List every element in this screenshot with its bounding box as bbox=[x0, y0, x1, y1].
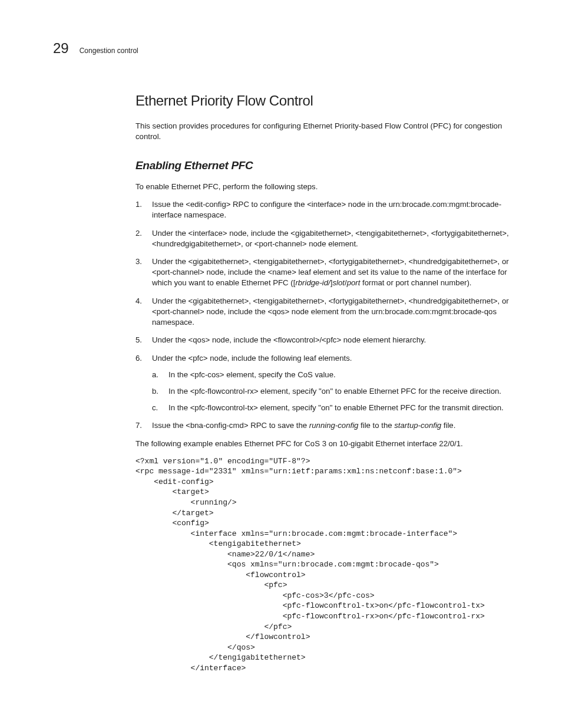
step-item: Issue the <edit-config> RPC to configure… bbox=[135, 199, 509, 220]
main-content: Ethernet Priority Flow Control This sect… bbox=[135, 91, 509, 673]
step-text: format or port channel number). bbox=[360, 278, 471, 287]
step-text: Issue the <bna-config-cmd> RPC to save t… bbox=[152, 421, 309, 430]
step-item: Under the <pfc> node, include the follow… bbox=[135, 353, 509, 414]
term: startup-config bbox=[394, 421, 441, 430]
substep-item: In the <pfc-flowcontrol-tx> element, spe… bbox=[152, 403, 509, 413]
step-item: Under the <qos> node, include the <flowc… bbox=[135, 335, 509, 345]
page-header: 29 Congestion control bbox=[53, 38, 509, 58]
substep-item: In the <pfc-flowcontrol-rx> element, spe… bbox=[152, 386, 509, 397]
step-item: Issue the <bna-config-cmd> RPC to save t… bbox=[135, 420, 509, 431]
substep-list: In the <pfc-cos> element, specify the Co… bbox=[152, 370, 509, 414]
section-label: Congestion control bbox=[80, 46, 138, 56]
step-text: file. bbox=[441, 421, 455, 430]
page-title: Ethernet Priority Flow Control bbox=[135, 91, 509, 110]
step-item: Under the <gigabitethernet>, <tengigabit… bbox=[135, 296, 509, 328]
step-item: Under the <gigabitethernet>, <tengigabit… bbox=[135, 256, 509, 289]
example-intro: The following example enables Ethernet P… bbox=[135, 439, 509, 449]
intro-paragraph: This section provides procedures for con… bbox=[135, 121, 509, 142]
step-text: Under the <pfc> node, include the follow… bbox=[152, 354, 352, 363]
step-item: Under the <interface> node, include the … bbox=[135, 228, 509, 249]
step-list: Issue the <edit-config> RPC to configure… bbox=[135, 199, 509, 431]
step-text: file to the bbox=[358, 421, 394, 430]
subsection-intro: To enable Ethernet PFC, perform the foll… bbox=[135, 182, 509, 192]
term: rbridge-id/ bbox=[295, 278, 330, 287]
term: running-config bbox=[309, 421, 359, 430]
substep-item: In the <pfc-cos> element, specify the Co… bbox=[152, 370, 509, 380]
subsection-title: Enabling Ethernet PFC bbox=[135, 158, 509, 173]
term: port bbox=[347, 278, 361, 287]
page-number: 29 bbox=[53, 38, 69, 58]
code-block: <?xml version="1.0" encoding="UTF-8"?> <… bbox=[135, 456, 509, 673]
term: slot bbox=[332, 278, 345, 287]
